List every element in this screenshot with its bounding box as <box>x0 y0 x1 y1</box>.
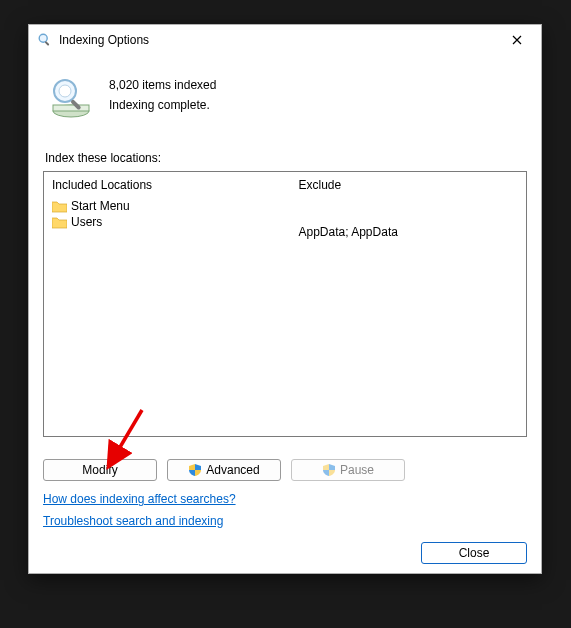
exclude-header: Exclude <box>298 176 518 198</box>
dialog-client-area: 8,020 items indexed Indexing complete. I… <box>29 55 541 576</box>
advanced-button[interactable]: Advanced <box>167 459 281 481</box>
svg-rect-3 <box>53 105 89 111</box>
indexing-options-dialog: Indexing Options 8,020 items indexed Ind… <box>28 24 542 574</box>
pause-button: Pause <box>291 459 405 481</box>
included-locations-column: Included Locations Start Menu Users <box>44 172 290 436</box>
status-area: 8,020 items indexed Indexing complete. <box>43 65 527 139</box>
help-links: How does indexing affect searches? Troub… <box>43 489 527 532</box>
folder-icon <box>52 216 67 229</box>
folder-icon <box>52 200 67 213</box>
dialog-footer: Close <box>43 542 527 564</box>
magnifier-drive-icon <box>47 73 95 121</box>
status-text: 8,020 items indexed Indexing complete. <box>109 73 216 116</box>
included-locations-header: Included Locations <box>52 176 282 198</box>
uac-shield-icon <box>322 463 336 477</box>
close-button[interactable]: Close <box>421 542 527 564</box>
location-name: Start Menu <box>71 199 130 213</box>
table-row[interactable]: Start Menu <box>52 198 282 214</box>
svg-point-5 <box>59 85 71 97</box>
window-title: Indexing Options <box>59 33 495 47</box>
locations-label: Index these locations: <box>45 151 525 165</box>
titlebar: Indexing Options <box>29 25 541 55</box>
action-buttons-row: Modify Advanced <box>43 459 527 481</box>
close-icon <box>512 35 522 45</box>
exclude-cell: AppData; AppData <box>298 224 518 240</box>
svg-rect-1 <box>45 41 50 46</box>
modify-button[interactable]: Modify <box>43 459 157 481</box>
exclude-cell <box>298 198 518 214</box>
location-name: Users <box>71 215 102 229</box>
indexing-options-icon <box>37 32 53 48</box>
uac-shield-icon <box>188 463 202 477</box>
locations-table[interactable]: Included Locations Start Menu Users Excl… <box>43 171 527 437</box>
window-close-button[interactable] <box>495 25 539 55</box>
indexing-state: Indexing complete. <box>109 95 216 115</box>
svg-point-0 <box>39 34 47 42</box>
items-indexed-count: 8,020 items indexed <box>109 75 216 95</box>
help-link-troubleshoot[interactable]: Troubleshoot search and indexing <box>43 511 223 533</box>
help-link-indexing[interactable]: How does indexing affect searches? <box>43 489 236 511</box>
exclude-column: Exclude AppData; AppData <box>290 172 526 436</box>
table-row[interactable]: Users <box>52 214 282 230</box>
